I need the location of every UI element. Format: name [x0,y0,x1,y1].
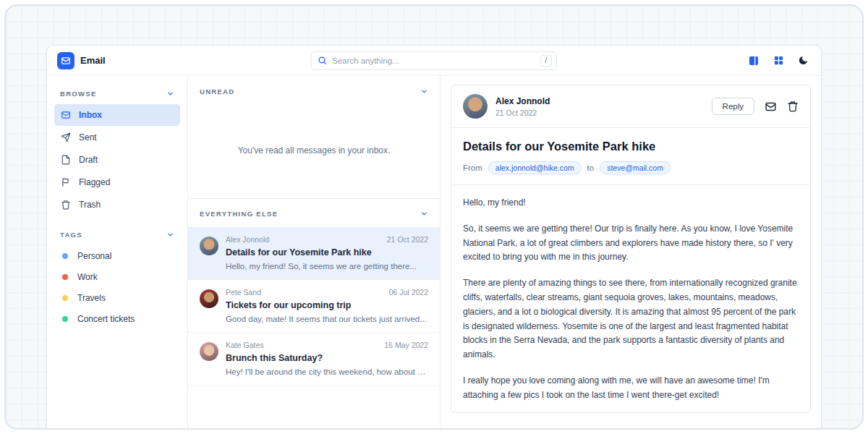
tag-color-dot [62,274,68,280]
detail-sender-name: Alex Jonnold [495,96,550,106]
sidebar-item-trash[interactable]: Trash [54,194,180,216]
sidebar-item-label: Inbox [79,110,102,120]
reply-button[interactable]: Reply [712,98,754,115]
mail-item-body: Kate Gates 16 May 2022 Brunch this Satur… [226,341,428,376]
mail-item-body: Alex Jonnold 21 Oct 2022 Details for our… [226,235,428,271]
mail-item-body: Pete Sand 06 Jul 2022 Tickets for our up… [226,288,428,323]
sidebar-item-inbox[interactable]: Inbox [54,104,180,126]
to-label: to [587,163,595,172]
apps-grid-button[interactable] [770,53,786,69]
sidebar-item-label: Draft [79,155,98,165]
mail-subject: Details for our Yosemite Park hike [226,247,428,258]
sent-icon [61,132,71,142]
trash-icon [61,200,71,210]
mail-list-item[interactable]: Kate Gates 16 May 2022 Brunch this Satur… [188,333,440,386]
tags-label: TAGS [60,231,82,239]
browse-section-header[interactable]: BROWSE [54,82,180,104]
chevron-down-icon [166,90,174,98]
mail-list-item[interactable]: Pete Sand 06 Jul 2022 Tickets for our up… [188,280,440,333]
mail-paragraph: Hello, my friend! [463,196,799,210]
mail-date: 21 Oct 2022 [387,235,428,244]
chevron-down-icon [166,231,174,239]
app-title: Email [80,55,106,66]
sidebar-item-draft[interactable]: Draft [54,149,180,171]
app-frame: Email / [4,4,864,430]
avatar [200,342,218,361]
tag-label: Concert tickets [77,314,135,324]
sidebar-item-flagged[interactable]: Flagged [54,171,180,193]
mail-preview: Hey! I'll be around the city this weeken… [226,367,428,376]
flag-icon [61,177,71,187]
draft-icon [61,155,71,165]
tag-label: Travels [77,293,106,303]
unread-section-header[interactable]: UNREAD [188,76,440,103]
topbar: Email / [47,46,821,76]
from-label: From [463,163,482,172]
brand: Email [57,52,106,69]
mail-body: Hello, my friend! So, it seems we are ge… [451,185,810,413]
sidebar-item-label: Trash [79,200,101,210]
tag-color-dot [62,316,68,322]
from-to-row: From alex.jonnold@hike.com to steve@mail… [451,161,810,184]
search-input[interactable] [332,56,535,65]
delete-mail-button[interactable] [787,101,799,112]
to-email-chip[interactable]: steve@mail.com [600,161,671,174]
chevron-down-icon [420,88,428,95]
detail-actions: Reply [712,98,799,115]
chevron-down-icon [420,210,428,218]
unread-label: UNREAD [200,88,234,95]
tag-item-work[interactable]: Work [54,266,180,287]
mail-list-column: UNREAD You've read all messages in your … [188,76,441,429]
mark-unread-button[interactable] [765,101,777,113]
email-app-window: Email / [46,45,822,430]
mail-paragraph: I really hope you love coming along with… [463,374,799,403]
inbox-icon [61,110,71,120]
tag-item-travels[interactable]: Travels [54,287,180,308]
sidebar-item-sent[interactable]: Sent [54,127,180,148]
everything-else-section-header[interactable]: EVERYTHING ELSE [188,198,440,227]
dark-mode-toggle[interactable] [795,53,811,69]
sender-block: Alex Jonnold 21 Oct 2022 [495,96,550,117]
detail-header: Alex Jonnold 21 Oct 2022 Reply [451,85,810,127]
tag-label: Work [77,272,98,282]
panel-layout-button[interactable] [746,53,762,69]
mail-sender: Kate Gates [226,341,264,349]
topbar-actions [746,53,811,69]
mail-paragraph: There are plenty of amazing things to se… [463,276,799,362]
search-icon [318,56,327,65]
detail-date: 21 Oct 2022 [495,109,550,117]
content: BROWSE Inbox Sent [47,76,821,429]
tag-label: Personal [77,251,111,261]
search-shortcut-badge: / [540,55,552,67]
everything-else-label: EVERYTHING ELSE [200,210,278,218]
sidebar: BROWSE Inbox Sent [47,76,188,429]
detail-subject: Details for our Yosemite Park hike [451,128,810,161]
mail-date: 06 Jul 2022 [389,288,428,297]
tag-item-concert-tickets[interactable]: Concert tickets [54,308,180,329]
mail-list-item[interactable]: Alex Jonnold 21 Oct 2022 Details for our… [188,227,440,280]
mail-preview: Good day, mate! It seems that our ticket… [226,315,428,323]
tag-item-personal[interactable]: Personal [54,245,180,266]
mail-detail-area: Alex Jonnold 21 Oct 2022 Reply [441,76,821,429]
mail-sender: Alex Jonnold [226,235,269,244]
tag-color-dot [62,295,68,301]
mail-detail-card: Alex Jonnold 21 Oct 2022 Reply [451,85,811,413]
avatar [200,237,218,255]
mail-subject: Tickets for our upcoming trip [226,300,428,310]
mail-preview: Hello, my friend! So, it seems we are ge… [226,262,428,271]
mail-paragraph: So, it seems we are getting there! Our t… [463,222,799,265]
sidebar-item-label: Sent [79,132,97,142]
mail-date: 16 May 2022 [384,341,428,349]
avatar [200,289,218,308]
tag-color-dot [62,253,68,259]
mail-subject: Brunch this Saturday? [226,353,428,363]
browse-label: BROWSE [60,90,97,98]
email-logo-icon [57,52,75,69]
tags-section-header[interactable]: TAGS [54,223,180,245]
mail-sender: Pete Sand [226,288,261,297]
unread-empty-state: You've read all messages in your inbox. [188,103,440,198]
search-bar[interactable]: / [311,51,557,70]
avatar [463,94,488,119]
sidebar-item-label: Flagged [79,177,110,187]
from-email-chip[interactable]: alex.jonnold@hike.com [488,161,582,174]
